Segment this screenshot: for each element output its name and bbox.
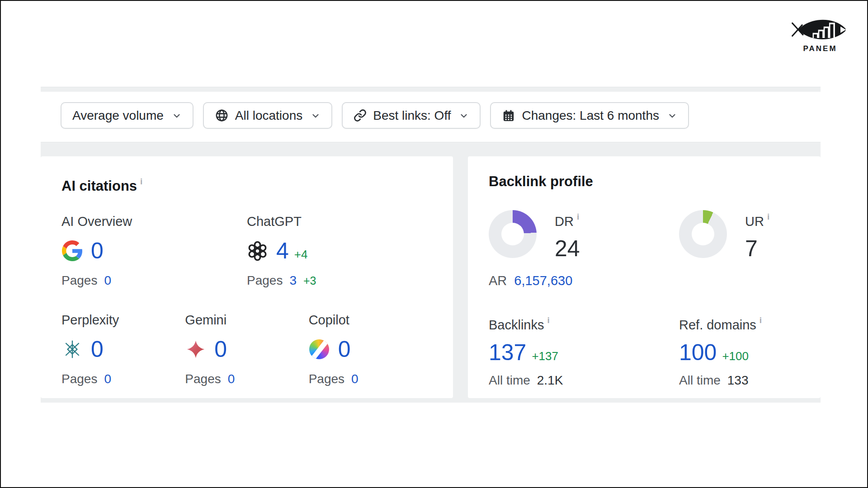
backlink-grid: DRi 24 URi 7 AR 6,157,630 xyxy=(489,209,800,388)
backlinks-stat: Backlinksi 137 +137 All time2.1K xyxy=(489,313,679,388)
pages-count[interactable]: 0 xyxy=(104,273,111,288)
globe-icon xyxy=(215,108,229,122)
chevron-down-icon xyxy=(172,111,182,121)
stat-chatgpt: ChatGPT xyxy=(247,214,432,288)
calendar-icon xyxy=(502,109,515,122)
perplexity-logo-icon xyxy=(61,339,83,360)
info-icon[interactable]: i xyxy=(140,177,142,186)
filter-toolbar: Average volume All locations xyxy=(61,102,689,129)
citations-delta: +4 xyxy=(294,248,308,262)
ai-citations-card: AI citationsi AI Overview xyxy=(41,156,453,398)
stat-label: ChatGPT xyxy=(247,214,432,229)
dashboard-screenshot: PANEM Average volume All locations xyxy=(0,0,868,488)
url-rating-block: URi 7 xyxy=(679,209,800,263)
citations-count[interactable]: 4 xyxy=(276,236,289,265)
ref-domains-stat: Ref. domainsi 100 +100 All time133 xyxy=(679,313,800,388)
info-icon[interactable]: i xyxy=(760,315,762,325)
filter-label: Changes: Last 6 months xyxy=(522,108,659,123)
pages-label: Pages xyxy=(61,372,97,386)
ur-value: 7 xyxy=(745,235,769,263)
stat-label: Gemini xyxy=(185,312,308,328)
ar-value[interactable]: 6,157,630 xyxy=(514,273,572,288)
citations-count[interactable]: 0 xyxy=(338,335,351,364)
info-icon[interactable]: i xyxy=(767,212,769,221)
card-title: Backlink profile xyxy=(489,174,800,190)
alltime-label: All time xyxy=(679,373,721,388)
gemini-logo-icon xyxy=(185,339,206,360)
backlinks-label: Backlinksi xyxy=(489,313,679,333)
pages-label: Pages xyxy=(185,372,221,386)
stat-copilot: Copilot 0 Pages0 xyxy=(309,312,432,386)
stat-gemini: Gemini 0 xyxy=(185,312,308,386)
average-volume-filter-button[interactable]: Average volume xyxy=(61,102,193,129)
pages-count[interactable]: 0 xyxy=(351,372,359,386)
info-icon[interactable]: i xyxy=(547,315,550,325)
alltime-label: All time xyxy=(489,373,530,388)
stat-label: Copilot xyxy=(309,312,432,328)
stat-ai-overview: AI Overview 0 Pages0 xyxy=(61,214,247,288)
backlink-profile-card: Backlink profile DRi 24 URi 7 xyxy=(468,156,821,398)
stat-label: Perplexity xyxy=(61,312,185,328)
cards-board: AI citationsi AI Overview xyxy=(41,142,821,403)
ahrefs-rank-row: AR 6,157,630 xyxy=(489,273,800,288)
ref-domains-label: Ref. domainsi xyxy=(679,313,800,333)
citations-count[interactable]: 0 xyxy=(91,236,104,265)
alltime-value: 2.1K xyxy=(537,373,563,388)
citations-count[interactable]: 0 xyxy=(214,335,227,364)
ai-citations-grid: AI Overview 0 Pages0 xyxy=(61,214,432,386)
pages-label: Pages xyxy=(61,273,97,288)
changes-period-filter-button[interactable]: Changes: Last 6 months xyxy=(490,102,689,129)
stat-label: AI Overview xyxy=(61,214,247,229)
copilot-logo-icon xyxy=(309,339,330,360)
citations-count[interactable]: 0 xyxy=(91,335,104,364)
filter-label: Average volume xyxy=(72,108,164,123)
card-title: AI citationsi xyxy=(61,174,432,194)
dr-value: 24 xyxy=(555,235,580,263)
openai-logo-icon xyxy=(247,240,268,262)
link-icon xyxy=(354,109,367,122)
pages-delta: +3 xyxy=(303,274,316,287)
dr-donut-chart xyxy=(489,210,537,258)
panem-logo: PANEM xyxy=(788,14,852,53)
ref-domains-count[interactable]: 100 xyxy=(679,338,717,367)
backlinks-delta: +137 xyxy=(532,349,558,363)
backlinks-count[interactable]: 137 xyxy=(489,338,526,367)
locations-filter-button[interactable]: All locations xyxy=(203,102,332,129)
google-logo-icon xyxy=(61,240,83,262)
brand-name: PANEM xyxy=(788,44,852,53)
filter-label: All locations xyxy=(235,108,302,123)
chevron-down-icon xyxy=(667,111,677,121)
stat-perplexity: Perplexity 0 Pages0 xyxy=(61,312,185,386)
pages-count[interactable]: 0 xyxy=(104,372,111,386)
fish-chart-icon xyxy=(788,14,852,43)
pages-count[interactable]: 0 xyxy=(228,372,235,386)
info-icon[interactable]: i xyxy=(577,212,579,221)
chevron-down-icon xyxy=(459,111,469,121)
pages-count[interactable]: 3 xyxy=(289,273,297,288)
best-links-filter-button[interactable]: Best links: Off xyxy=(342,102,481,129)
ar-label: AR xyxy=(489,273,507,288)
ur-donut-chart xyxy=(679,210,727,258)
domain-rating-block: DRi 24 xyxy=(489,209,679,263)
alltime-value: 133 xyxy=(727,373,749,388)
ref-domains-delta: +100 xyxy=(722,349,749,363)
dr-label: DRi xyxy=(555,209,580,229)
filter-label: Best links: Off xyxy=(373,108,451,123)
pages-label: Pages xyxy=(247,273,283,288)
chevron-down-icon xyxy=(311,111,321,121)
top-divider-strip xyxy=(41,87,821,92)
pages-label: Pages xyxy=(309,372,344,386)
ur-label: URi xyxy=(745,209,769,229)
